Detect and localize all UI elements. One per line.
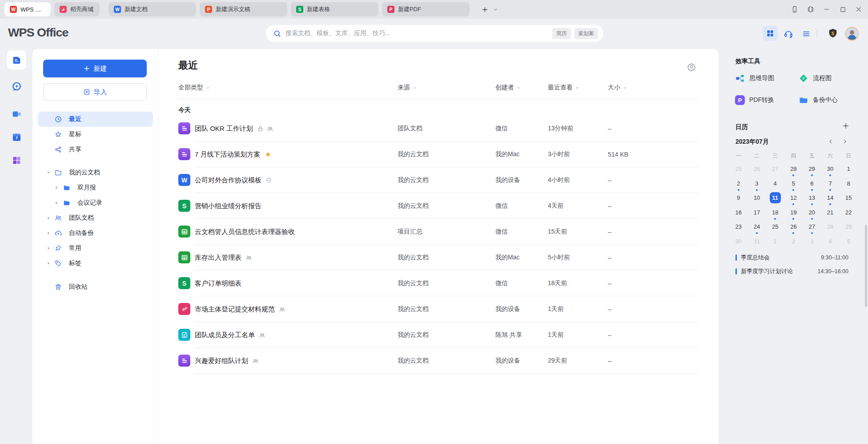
calendar-day[interactable]: 6 (803, 177, 821, 192)
calendar-day[interactable]: 2 (729, 177, 747, 192)
caret-right-icon[interactable] (54, 186, 60, 190)
calendar-day[interactable]: 25 (729, 162, 747, 177)
list-settings-gear-icon[interactable] (687, 62, 697, 72)
tab-writer[interactable]: W新建文档 (108, 2, 196, 16)
calendar-day[interactable]: 20 (803, 206, 821, 221)
file-row[interactable]: S客户订单明细表我的云文档微信18天前– (178, 270, 699, 296)
calendar-day[interactable]: 28 (821, 220, 839, 235)
caret-right-icon[interactable] (46, 231, 52, 235)
calendar-day[interactable]: 23 (729, 220, 747, 235)
calendar-day[interactable]: 9 (729, 191, 747, 206)
mobile-sync-icon[interactable] (790, 4, 800, 14)
calendar-day[interactable]: 4 (821, 235, 839, 250)
calendar-day[interactable]: 1 (766, 235, 784, 250)
tool-pdf-convert[interactable]: PPDF转换 (735, 94, 774, 106)
calendar-day[interactable]: 18 (766, 206, 784, 221)
tab-wps[interactable]: WWPS Office (4, 2, 51, 16)
file-row[interactable]: 团队成员及分工名单我的云文档陈旭 共享1天前– (178, 322, 699, 348)
calendar-day-selected[interactable]: 11 (766, 191, 784, 206)
sidebar-meeting-icon[interactable] (11, 108, 22, 120)
sidebar-item-folder-filled[interactable]: 会议记录 (38, 195, 153, 210)
calendar-day[interactable]: 19 (784, 206, 803, 221)
calendar-event[interactable]: 新季度学习计划讨论 14:30–16:00 (735, 266, 848, 276)
file-row[interactable]: 7 月线下活动策划方案我的云文档我的Mac3小时前514 KB (178, 141, 699, 167)
calendar-add-icon[interactable] (842, 122, 851, 131)
sidebar-item-pin[interactable]: 常用 (38, 241, 153, 256)
calendar-day[interactable]: 2 (784, 235, 803, 250)
tab-docer[interactable]: 稻壳商城 (54, 2, 100, 16)
search-tag-resume[interactable]: 简历 (552, 28, 571, 39)
file-row[interactable]: P市场主体登记提交材料规范我的云文档我的设备1天前– (178, 296, 699, 322)
tab-pdftab[interactable]: P新建PDF (382, 2, 470, 16)
calendar-day[interactable]: 31 (747, 235, 766, 250)
membership-badge[interactable]: S (828, 28, 838, 38)
caret-right-icon[interactable] (46, 216, 52, 220)
sidebar-item-share[interactable]: 共享 (38, 142, 153, 157)
sidebar-calendar-icon[interactable]: 7 (11, 131, 22, 143)
caret-down-icon[interactable] (46, 170, 52, 175)
calendar-day[interactable]: 13 (803, 191, 821, 206)
file-row[interactable]: 云文档管人员信息统计表理器验收项目汇总微信15天前– (178, 219, 699, 245)
minimize-button[interactable] (822, 4, 832, 14)
file-row[interactable]: 库存出入管理表我的云文档我的Mac5小时前– (178, 245, 699, 270)
calendar-day[interactable]: 27 (766, 162, 784, 177)
calendar-day[interactable]: 24 (747, 220, 766, 235)
scrollbar[interactable] (865, 225, 867, 307)
sidebar-item-star[interactable]: 星标 (38, 127, 153, 142)
caret-right-icon[interactable] (46, 246, 52, 250)
calendar-day[interactable]: 26 (747, 162, 766, 177)
tool-flowchart[interactable]: 流程图 (799, 73, 832, 84)
column-source[interactable]: 来源 (398, 84, 417, 92)
tool-backup[interactable]: 备份中心 (799, 94, 838, 106)
filter-all-types[interactable]: 全部类型 (178, 84, 210, 92)
search-tag-plan[interactable]: 策划案 (574, 28, 598, 39)
sidebar-item-cloud-backup[interactable]: 自动备份 (38, 226, 153, 241)
calendar-day[interactable]: 5 (784, 177, 803, 192)
sidebar-docs-icon[interactable] (11, 54, 22, 66)
new-document-button[interactable]: 新建 (43, 60, 147, 77)
column-last-viewed[interactable]: 最近查看 (548, 84, 580, 92)
tab-sheets[interactable]: S新建表格 (291, 2, 378, 16)
skin-theme-icon[interactable] (806, 4, 816, 14)
sidebar-chat-icon[interactable] (11, 81, 22, 92)
calendar-next-icon[interactable] (842, 138, 849, 145)
calendar-prev-icon[interactable] (828, 138, 835, 145)
close-button[interactable] (854, 4, 864, 14)
calendar-day[interactable]: 30 (729, 235, 747, 250)
sidebar-item-clock[interactable]: 最近 (38, 112, 153, 127)
file-row[interactable]: S营销小组业绩分析报告我的云文档微信4天前– (178, 193, 699, 219)
calendar-day[interactable]: 27 (803, 220, 821, 235)
calendar-day[interactable]: 7 (821, 177, 839, 192)
column-size[interactable]: 大小 (608, 84, 627, 92)
new-tab-plus-icon[interactable] (481, 6, 489, 13)
sidebar-item-folder-outline[interactable]: 我的云文档 (38, 165, 153, 180)
calendar-day[interactable]: 21 (821, 206, 839, 221)
calendar-day[interactable]: 29 (803, 162, 821, 177)
support-headset-icon[interactable] (783, 28, 794, 39)
calendar-day[interactable]: 10 (747, 191, 766, 206)
sidebar-item-folder-filled[interactable]: 双月报 (38, 180, 153, 195)
calendar-day[interactable]: 1 (840, 162, 858, 177)
sidebar-item-tag[interactable]: 标签 (38, 256, 153, 271)
avatar[interactable] (845, 27, 859, 41)
calendar-day[interactable]: 16 (729, 206, 747, 221)
column-creator[interactable]: 创建者 (495, 84, 521, 92)
calendar-day[interactable]: 28 (784, 162, 803, 177)
apps-grid-button[interactable] (763, 26, 778, 41)
import-button[interactable]: 导入 (43, 83, 147, 101)
calendar-day[interactable]: 12 (784, 191, 803, 206)
caret-right-icon[interactable] (46, 261, 52, 266)
main-menu-icon[interactable] (801, 28, 812, 39)
calendar-day[interactable]: 3 (803, 235, 821, 250)
sidebar-apps-icon[interactable] (11, 154, 22, 166)
calendar-day[interactable]: 14 (821, 191, 839, 206)
calendar-day[interactable]: 4 (766, 177, 784, 192)
caret-right-icon[interactable] (54, 201, 60, 205)
calendar-day[interactable]: 25 (766, 220, 784, 235)
search-bar[interactable]: 搜索文档、模板、文库、应用、技巧... 简历 策划案 (266, 25, 603, 42)
tab-slides[interactable]: P新建演示文稿 (200, 2, 287, 16)
calendar-day[interactable]: 26 (784, 220, 803, 235)
sidebar-item-team[interactable]: 团队文档 (38, 210, 153, 226)
calendar-day[interactable]: 3 (747, 177, 766, 192)
calendar-day[interactable]: 30 (821, 162, 839, 177)
